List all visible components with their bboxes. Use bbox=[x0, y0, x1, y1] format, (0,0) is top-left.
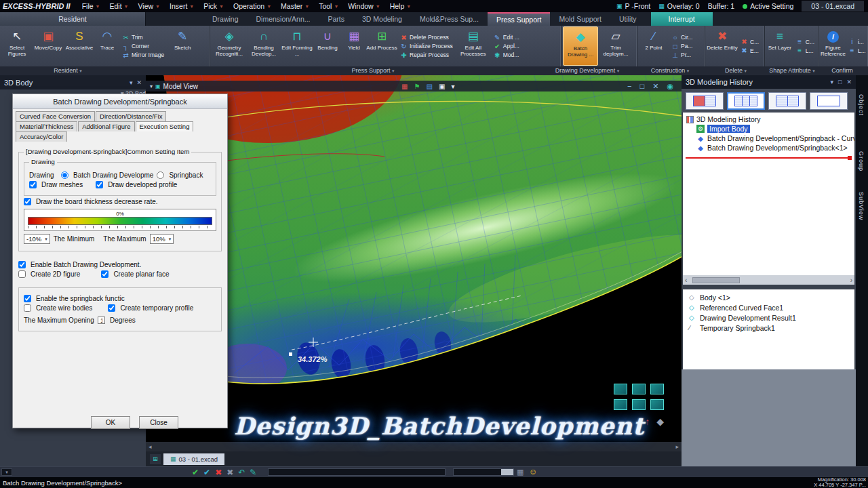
checkbox-create-temp[interactable]: Create temporary profile bbox=[108, 304, 193, 312]
viewport-hscrollbar[interactable]: ◂ ▸ bbox=[146, 442, 682, 451]
document-view-tab[interactable]: ▦ 03 - 01.excad bbox=[163, 453, 224, 465]
abort-icon[interactable]: ✖ bbox=[226, 467, 233, 478]
screen-icon[interactable]: ▣ bbox=[439, 83, 445, 90]
scroll-right-icon[interactable]: ▸ bbox=[675, 443, 679, 450]
view-cube-button[interactable] bbox=[650, 384, 664, 394]
initialize-process-button[interactable]: ↻Initialize Process bbox=[400, 43, 453, 50]
undo-icon[interactable]: ↶ bbox=[238, 467, 245, 478]
checkbox-enable-batch[interactable]: Enable Batch Drawing Development. bbox=[18, 261, 222, 268]
scroll-left-icon[interactable]: ◂ bbox=[149, 443, 152, 450]
edit-button[interactable]: ✎Edit ... bbox=[494, 34, 519, 41]
plane-indicator[interactable]: ▣P -Front bbox=[616, 2, 650, 10]
figure-reference-button[interactable]: iFigure Reference bbox=[821, 26, 846, 66]
ok-button[interactable]: OK bbox=[91, 416, 130, 429]
menu-tool[interactable]: Tool▼ bbox=[314, 2, 343, 10]
dialog-title[interactable]: Batch Drawing Development/Springback bbox=[13, 94, 227, 109]
tab-parts[interactable]: Parts bbox=[319, 12, 353, 26]
confirm-i-button[interactable]: ii... bbox=[848, 38, 866, 45]
tab-direction-distance-fix[interactable]: Direction/Distance/Fix bbox=[96, 111, 166, 121]
tab-utility[interactable]: Utility bbox=[610, 12, 646, 26]
attribute-l-button[interactable]: ≡L... bbox=[796, 47, 814, 54]
checkbox-create-2d[interactable]: Create 2D figure bbox=[18, 270, 80, 278]
trace-button[interactable]: ◠Trace bbox=[95, 26, 119, 66]
geometry-recognition-button[interactable]: ◈Geometry Recogniti... bbox=[212, 26, 247, 66]
set-layer-button[interactable]: ≡Set Layer bbox=[766, 26, 793, 66]
layout-view-4-button[interactable] bbox=[810, 92, 848, 110]
minimum-select[interactable]: -10%▾ bbox=[24, 234, 50, 244]
assistant-icon[interactable]: ☺ bbox=[529, 467, 537, 476]
circle-button[interactable]: ○Cir... bbox=[671, 34, 692, 41]
repair-process-button[interactable]: ✚Repair Process bbox=[400, 52, 453, 59]
tab-press-support[interactable]: Press Support bbox=[488, 12, 551, 26]
menu-help[interactable]: Help▼ bbox=[385, 2, 416, 10]
add-process-button[interactable]: ⊞Add Process bbox=[366, 26, 397, 66]
view-caret-icon[interactable]: ▾ bbox=[451, 83, 454, 90]
radio-springback[interactable]: Springback bbox=[157, 171, 203, 179]
layout-view-2-button[interactable] bbox=[727, 92, 765, 110]
apply-button[interactable]: ✔Appl... bbox=[494, 43, 519, 50]
view-cube-button[interactable] bbox=[650, 399, 664, 410]
maximum-select[interactable]: 10%▾ bbox=[150, 234, 174, 244]
layout-view-3-button[interactable] bbox=[768, 92, 806, 110]
overlay-indicator[interactable]: ▦Overlay: 0 bbox=[658, 2, 699, 10]
caret-icon[interactable]: ▾ bbox=[130, 79, 133, 86]
attribute-c-button[interactable]: ≡C... bbox=[796, 38, 814, 45]
menu-file[interactable]: File▼ bbox=[77, 2, 105, 10]
command-input[interactable] bbox=[268, 468, 446, 476]
prompt-history-dropdown[interactable]: ▾ bbox=[1, 468, 12, 476]
menu-view[interactable]: View▼ bbox=[134, 2, 165, 10]
confirm-l-button[interactable]: ≡L... bbox=[848, 47, 866, 54]
view-cube-button[interactable] bbox=[632, 384, 646, 394]
tab-curved-face-conversion[interactable]: Curved Face Conversion bbox=[16, 111, 95, 121]
bending-develop-button[interactable]: ∩Bending Develop... bbox=[247, 26, 281, 66]
tab-3d-modeling[interactable]: 3D Modeling bbox=[353, 12, 411, 26]
move-copy-button[interactable]: ▣Move/Copy bbox=[33, 26, 64, 66]
tab-mold-press-sup[interactable]: Mold&Press Sup... bbox=[411, 12, 488, 26]
view-cube-button[interactable] bbox=[632, 399, 646, 410]
tab-additional-figure[interactable]: Additional Figure bbox=[78, 121, 134, 131]
corner-button[interactable]: ┐Corner bbox=[122, 43, 164, 50]
chevron-down-icon[interactable]: ▾ bbox=[150, 83, 153, 89]
select-figures-button[interactable]: ↖Select Figures bbox=[1, 26, 33, 66]
list-item-development-result[interactable]: ◇ Drawing Development Result1 bbox=[683, 312, 854, 323]
flag-icon[interactable]: ⚑ bbox=[414, 83, 420, 90]
checkbox-draw-profile[interactable]: Draw developed profile bbox=[96, 181, 177, 188]
minimize-view-button[interactable]: − bbox=[627, 82, 631, 91]
scroll-left-icon[interactable]: ‹ bbox=[685, 277, 687, 284]
max-opening-input[interactable] bbox=[98, 317, 105, 324]
delete-process-button[interactable]: ✖Delete Process bbox=[400, 34, 453, 41]
document-title-tab[interactable]: 03 - 01.excad bbox=[802, 1, 864, 12]
menu-pick[interactable]: Pick▼ bbox=[199, 2, 229, 10]
tree-item-batch-curved[interactable]: ◆ Batch Drawing Development/Springback -… bbox=[683, 134, 854, 143]
checkbox-create-planar[interactable]: Create planar face bbox=[101, 270, 169, 278]
delete-c-button[interactable]: ✖C... bbox=[741, 38, 759, 45]
isometric-view-icon[interactable]: ◆ bbox=[656, 416, 664, 427]
close-icon[interactable]: ✕ bbox=[136, 79, 142, 86]
layout-view-1-button[interactable] bbox=[686, 92, 724, 110]
view-cube-button[interactable] bbox=[614, 399, 627, 410]
delete-e-button[interactable]: ✖E... bbox=[741, 47, 759, 54]
tree-item-import-body[interactable]: ⚙ Import Body bbox=[683, 124, 854, 134]
modify-button[interactable]: ✱Mod... bbox=[494, 52, 519, 59]
mirror-image-button[interactable]: ⇄Mirror Image bbox=[122, 52, 164, 59]
trim-button[interactable]: ✂Trim bbox=[122, 34, 164, 41]
sketch-button[interactable]: ✎Sketch bbox=[167, 26, 198, 66]
tree-root[interactable]: 3D Modeling History bbox=[683, 115, 854, 124]
new-view-tab-button[interactable]: ⊞ bbox=[150, 454, 161, 464]
active-setting-indicator[interactable]: Active Setting bbox=[743, 2, 793, 10]
scroll-thumb[interactable] bbox=[692, 277, 740, 283]
parallel-button[interactable]: □Pa... bbox=[671, 43, 692, 50]
tree-item-batch-1[interactable]: ◆ Batch Drawing Development/Springback<1… bbox=[683, 143, 854, 152]
edit-forming-button[interactable]: ⊓Edit Forming ... bbox=[281, 26, 313, 66]
batch-drawing-dialog[interactable]: Batch Drawing Development/Springback Cur… bbox=[12, 94, 228, 428]
buffer-indicator[interactable]: Buffer: 1 bbox=[708, 2, 735, 10]
edit-command-icon[interactable]: ✎ bbox=[250, 467, 256, 478]
tab-execution-setting[interactable]: Execution Setting bbox=[136, 121, 194, 131]
side-tab-object[interactable]: Object bbox=[858, 94, 865, 116]
caret-icon[interactable]: ▾ bbox=[830, 79, 833, 85]
grid-toggle-icon[interactable]: ▦ bbox=[517, 468, 524, 476]
menu-window[interactable]: Window▼ bbox=[343, 2, 384, 10]
side-tab-group[interactable]: Group bbox=[858, 151, 865, 171]
list-item-body[interactable]: ◇ Body <1> bbox=[683, 292, 854, 302]
delete-entity-button[interactable]: ✖Delete Entity bbox=[707, 26, 738, 66]
